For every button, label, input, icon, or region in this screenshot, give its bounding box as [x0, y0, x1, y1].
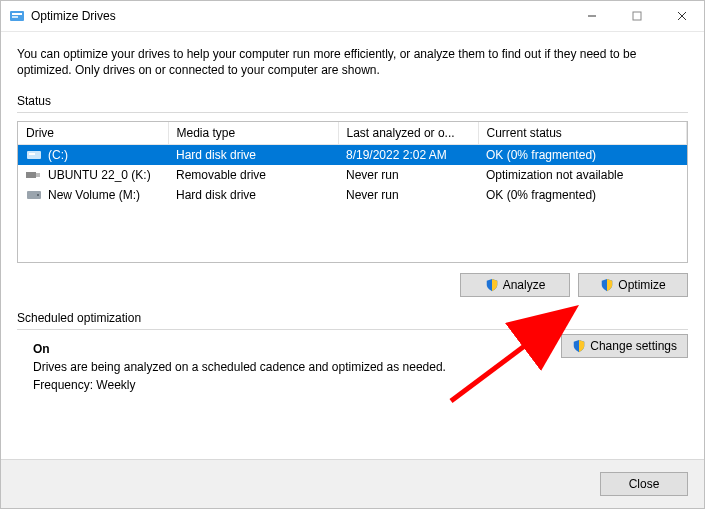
svg-rect-1 — [12, 13, 22, 15]
shield-icon — [600, 278, 614, 292]
shield-icon — [572, 339, 586, 353]
maximize-button[interactable] — [614, 1, 659, 31]
schedule-divider — [17, 329, 688, 330]
close-button[interactable]: Close — [600, 472, 688, 496]
table-header-row[interactable]: Drive Media type Last analyzed or o... C… — [18, 122, 687, 145]
drive-name: UBUNTU 22_0 (K:) — [48, 168, 151, 182]
shield-icon — [485, 278, 499, 292]
drive-last: 8/19/2022 2:02 AM — [338, 145, 478, 166]
col-status[interactable]: Current status — [478, 122, 687, 145]
svg-rect-2 — [12, 16, 18, 18]
svg-rect-9 — [26, 172, 36, 178]
drive-last: Never run — [338, 185, 478, 205]
analyze-button[interactable]: Analyze — [460, 273, 570, 297]
table-row[interactable]: New Volume (M:)Hard disk driveNever runO… — [18, 185, 687, 205]
analyze-label: Analyze — [503, 278, 546, 292]
drive-name: (C:) — [48, 148, 68, 162]
window-controls — [569, 1, 704, 31]
change-settings-label: Change settings — [590, 339, 677, 353]
window-title: Optimize Drives — [31, 9, 569, 23]
drive-icon — [26, 189, 42, 201]
status-divider — [17, 112, 688, 113]
app-icon — [9, 8, 25, 24]
col-last[interactable]: Last analyzed or o... — [338, 122, 478, 145]
minimize-button[interactable] — [569, 1, 614, 31]
close-label: Close — [629, 477, 660, 491]
titlebar: Optimize Drives — [1, 1, 704, 32]
col-drive[interactable]: Drive — [18, 122, 168, 145]
status-label: Status — [17, 94, 688, 108]
drive-media: Removable drive — [168, 165, 338, 185]
svg-rect-8 — [29, 153, 35, 155]
drive-icon — [26, 149, 42, 161]
intro-text: You can optimize your drives to help you… — [17, 46, 688, 78]
close-window-button[interactable] — [659, 1, 704, 31]
bottom-bar: Close — [1, 459, 704, 508]
col-media[interactable]: Media type — [168, 122, 338, 145]
drives-table[interactable]: Drive Media type Last analyzed or o... C… — [17, 121, 688, 263]
drive-last: Never run — [338, 165, 478, 185]
table-row[interactable]: (C:)Hard disk drive8/19/2022 2:02 AMOK (… — [18, 145, 687, 166]
drive-icon — [26, 169, 42, 181]
change-settings-button[interactable]: Change settings — [561, 334, 688, 358]
schedule-desc: Drives are being analyzed on a scheduled… — [33, 360, 688, 374]
drive-media: Hard disk drive — [168, 185, 338, 205]
table-row[interactable]: UBUNTU 22_0 (K:)Removable driveNever run… — [18, 165, 687, 185]
drive-media: Hard disk drive — [168, 145, 338, 166]
optimize-label: Optimize — [618, 278, 665, 292]
drive-status: Optimization not available — [478, 165, 687, 185]
svg-rect-4 — [633, 12, 641, 20]
svg-rect-10 — [36, 173, 40, 177]
drive-status: OK (0% fragmented) — [478, 185, 687, 205]
drive-status: OK (0% fragmented) — [478, 145, 687, 166]
schedule-freq: Frequency: Weekly — [33, 378, 688, 392]
drive-name: New Volume (M:) — [48, 188, 140, 202]
schedule-label: Scheduled optimization — [17, 311, 688, 325]
optimize-button[interactable]: Optimize — [578, 273, 688, 297]
svg-point-12 — [37, 194, 39, 196]
